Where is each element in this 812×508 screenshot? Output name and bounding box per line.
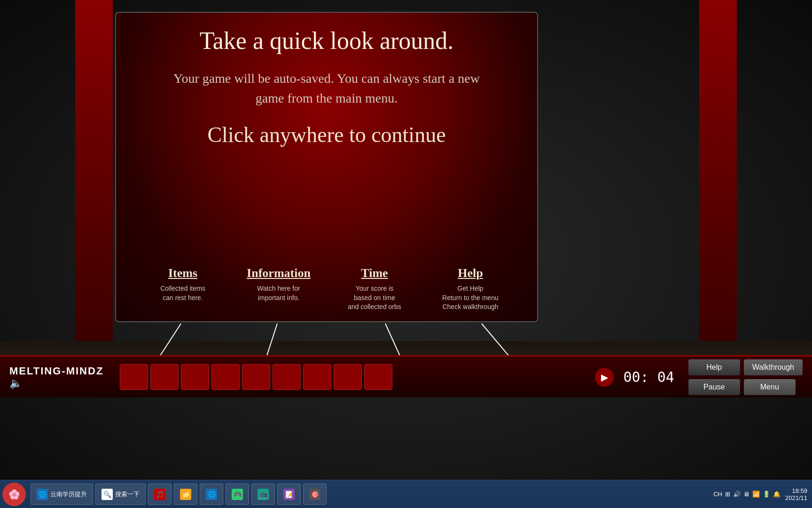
menu-button[interactable]: Menu bbox=[744, 379, 796, 395]
tv-icon: 📺 bbox=[258, 489, 269, 500]
taskbar-item-game[interactable]: 🎮 bbox=[226, 484, 249, 505]
clock-time: 18:59 bbox=[785, 487, 807, 494]
right-red-panel bbox=[699, 0, 737, 348]
items-desc: Collected itemscan rest here. bbox=[160, 284, 205, 302]
lang-indicator: CH bbox=[713, 491, 722, 498]
items-section: Items Collected itemscan rest here. bbox=[138, 266, 227, 312]
next-arrow[interactable]: ▶ bbox=[595, 368, 614, 387]
hud-top-buttons: Help Walkthrough bbox=[688, 359, 803, 375]
item-slot-2 bbox=[150, 364, 179, 390]
music-icon: 🎵 bbox=[154, 489, 165, 500]
ie-icon: 🌐 bbox=[37, 489, 48, 500]
game-logo: MELTING-MINDZ bbox=[9, 365, 103, 377]
help-button[interactable]: Help bbox=[688, 359, 740, 375]
sound-icon[interactable]: 🔈 bbox=[9, 377, 103, 389]
item-slot-4 bbox=[211, 364, 240, 390]
volume-icon[interactable]: 🔊 bbox=[733, 491, 741, 498]
taskbar-item-music[interactable]: 🎵 bbox=[148, 484, 172, 505]
information-title: Information bbox=[247, 266, 311, 280]
item-slots-container bbox=[120, 364, 590, 390]
browser-icon: 🌐 bbox=[206, 489, 217, 500]
taskbar-item-search[interactable]: 🔍 搜索一下 bbox=[95, 484, 146, 505]
item-slot-8 bbox=[334, 364, 362, 390]
taskbar-items: 🌐 云南学历提升 🔍 搜索一下 🎵 📁 🌐 🎮 📺 📝 🎯 bbox=[28, 484, 709, 505]
information-desc: Watch here forimportant info. bbox=[257, 284, 300, 302]
battery-icon: 🔋 bbox=[763, 491, 770, 498]
taskbar-item-browser[interactable]: 🌐 bbox=[200, 484, 223, 505]
hud-bottom-buttons: Pause Menu bbox=[688, 379, 803, 395]
taskbar-right: CH ⊞ 🔊 🖥 📶 🔋 🔔 18:59 2021/11 bbox=[709, 487, 812, 501]
help-desc: Get HelpReturn to the menuCheck walkthro… bbox=[442, 284, 499, 312]
taskbar-item-app[interactable]: 🎯 bbox=[303, 484, 327, 505]
item-slot-6 bbox=[273, 364, 301, 390]
pause-button[interactable]: Pause bbox=[688, 379, 740, 395]
help-section: Help Get HelpReturn to the menuCheck wal… bbox=[426, 266, 515, 312]
taskbar-item-folder[interactable]: 📁 bbox=[174, 484, 197, 505]
items-title: Items bbox=[168, 266, 197, 280]
walkthrough-button[interactable]: Walkthrough bbox=[744, 359, 803, 375]
taskbar-search-label: 搜索一下 bbox=[115, 490, 140, 499]
search-icon: 🔍 bbox=[102, 489, 113, 500]
app-icon: 🎯 bbox=[309, 489, 320, 500]
display-icon[interactable]: 🖥 bbox=[743, 491, 750, 498]
taskbar-item-note[interactable]: 📝 bbox=[277, 484, 301, 505]
game-timer: 00: 04 bbox=[623, 369, 674, 385]
folder-icon: 📁 bbox=[180, 489, 191, 500]
taskbar-item-tv[interactable]: 📺 bbox=[251, 484, 275, 505]
dialog-body: Your game will be auto-saved. You can al… bbox=[162, 69, 491, 108]
item-slot-5 bbox=[242, 364, 270, 390]
windows-taskbar: 🌸 🌐 云南学历提升 🔍 搜索一下 🎵 📁 🌐 🎮 📺 📝 🎯 bbox=[0, 480, 812, 508]
item-slot-7 bbox=[303, 364, 331, 390]
item-slot-9 bbox=[364, 364, 392, 390]
time-title: Time bbox=[361, 266, 388, 280]
dialog-title: Take a quick look around. bbox=[200, 27, 454, 55]
clock-date: 2021/11 bbox=[785, 494, 807, 501]
taskbar-sys-icons: CH ⊞ 🔊 🖥 📶 🔋 🔔 bbox=[713, 491, 781, 498]
help-title: Help bbox=[458, 266, 483, 280]
start-button[interactable]: 🌸 bbox=[2, 483, 26, 506]
note-icon: 📝 bbox=[283, 489, 295, 500]
dialog-cta[interactable]: Click anywhere to continue bbox=[207, 122, 445, 147]
system-clock: 18:59 2021/11 bbox=[785, 487, 807, 501]
game-icon: 🎮 bbox=[232, 489, 243, 500]
item-slot-3 bbox=[181, 364, 209, 390]
taskbar-ie-label: 云南学历提升 bbox=[50, 490, 87, 499]
grid-icon: ⊞ bbox=[725, 491, 730, 498]
hud-bar: MELTING-MINDZ 🔈 ▶ 00: 04 Help Walkthroug… bbox=[0, 355, 812, 397]
notification-icon[interactable]: 🔔 bbox=[773, 491, 781, 498]
item-slot-1 bbox=[120, 364, 148, 390]
information-section: Information Watch here forimportant info… bbox=[234, 266, 323, 312]
left-red-panel bbox=[75, 0, 113, 348]
taskbar-item-ie[interactable]: 🌐 云南学历提升 bbox=[31, 484, 93, 505]
hud-button-group: Help Walkthrough Pause Menu bbox=[688, 359, 803, 395]
time-desc: Your score isbased on timeand collected … bbox=[348, 284, 401, 312]
network-icon: 📶 bbox=[752, 491, 760, 498]
tutorial-dialog[interactable]: Take a quick look around. Your game will… bbox=[115, 12, 538, 322]
tutorial-sections: Items Collected itemscan rest here. Info… bbox=[135, 262, 518, 312]
time-section: Time Your score isbased on timeand colle… bbox=[330, 266, 419, 312]
